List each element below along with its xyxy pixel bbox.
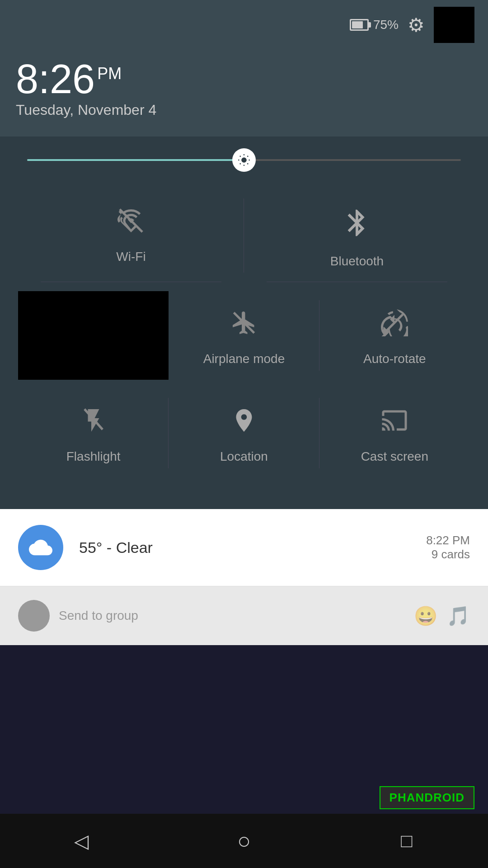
battery-icon [350, 19, 369, 31]
wifi-label: Wi-Fi [116, 250, 145, 264]
notification-cards: 9 cards [426, 547, 470, 561]
ampm-label: PM [97, 64, 122, 83]
svg-line-7 [240, 163, 241, 164]
phandroid-badge: PHANDROID [380, 786, 474, 809]
status-bar: 75% ⚙ [0, 0, 488, 50]
phandroid-label: PHANDROID [389, 791, 465, 804]
notification-meta: 8:22 PM 9 cards [426, 533, 470, 561]
flashlight-toggle[interactable]: Flashlight [18, 389, 169, 477]
wifi-toggle[interactable]: Wi-Fi [18, 189, 244, 282]
sun-icon [238, 154, 250, 166]
weather-notification[interactable]: 55° - Clear 8:22 PM 9 cards [0, 509, 488, 586]
autorotate-icon [381, 309, 408, 343]
svg-line-8 [247, 156, 248, 157]
svg-line-4 [247, 163, 248, 164]
settings-icon[interactable]: ⚙ [408, 14, 425, 36]
toggles-row-1: Wi-Fi Bluetooth [18, 189, 470, 282]
back-button[interactable]: ◁ [63, 823, 99, 859]
home-button[interactable]: ○ [226, 823, 262, 859]
notification-title: 55° - Clear [79, 539, 410, 557]
bluetooth-label: Bluetooth [330, 254, 384, 269]
send-to-group-label: Send to group [59, 609, 138, 623]
svg-point-0 [241, 157, 247, 163]
airplane-icon [230, 309, 258, 343]
cast-screen-label: Cast screen [361, 449, 428, 464]
svg-line-3 [240, 156, 241, 157]
bluetooth-toggle[interactable]: Bluetooth [244, 189, 470, 282]
location-icon [230, 407, 258, 440]
cloud-icon [29, 536, 52, 559]
flashlight-icon [80, 407, 107, 440]
brightness-slider[interactable] [27, 159, 461, 162]
send-group-icons: 😀 🎵 [414, 605, 470, 627]
notification-time: 8:22 PM [426, 533, 470, 547]
battery-percentage: 75% [373, 18, 399, 32]
brightness-row[interactable] [18, 159, 470, 162]
recents-button[interactable]: □ [389, 823, 425, 859]
time-display: 8:26PM [16, 59, 472, 99]
airplane-mode-toggle[interactable]: Airplane mode [169, 291, 319, 380]
date-display: Tuesday, November 4 [16, 102, 472, 118]
autorotate-label: Auto-rotate [363, 352, 426, 366]
brightness-track [27, 159, 461, 161]
weather-icon [18, 525, 63, 570]
app-thumbnail[interactable] [434, 7, 474, 43]
time-value: 8:26 [16, 57, 95, 102]
flashlight-label: Flashlight [66, 449, 121, 464]
battery-container: 75% [350, 18, 399, 32]
time-section: 8:26PM Tuesday, November 4 [0, 50, 488, 137]
cast-screen-toggle[interactable]: Cast screen [319, 389, 470, 477]
wifi-off-icon [117, 207, 145, 241]
autorotate-toggle[interactable]: Auto-rotate [319, 291, 470, 380]
toggles-row-3: Flashlight Location Cast screen [18, 389, 470, 477]
location-toggle[interactable]: Location [169, 389, 319, 477]
notification-content: 55° - Clear [79, 539, 410, 557]
notification-section: 55° - Clear 8:22 PM 9 cards Send to grou… [0, 509, 488, 645]
brightness-thumb[interactable] [232, 148, 256, 172]
airplane-label: Airplane mode [203, 352, 285, 366]
navigation-bar: ◁ ○ □ [0, 814, 488, 868]
bluetooth-icon [341, 207, 373, 245]
send-to-group-row[interactable]: Send to group 😀 🎵 [0, 586, 488, 645]
quick-settings-panel: Wi-Fi Bluetooth [0, 137, 488, 509]
cast-icon [381, 407, 408, 440]
location-label: Location [220, 449, 268, 464]
send-avatar [18, 600, 50, 632]
toggles-row-2: Airplane mode Auto-rotate [18, 291, 470, 380]
brightness-fill [27, 159, 244, 161]
mobile-signal-toggle[interactable] [18, 291, 169, 380]
